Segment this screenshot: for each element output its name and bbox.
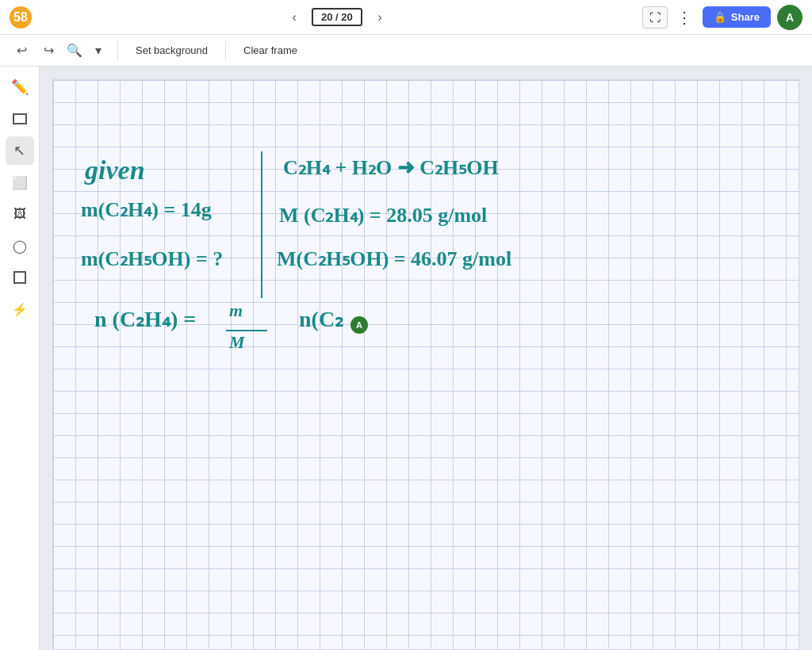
eraser-icon	[13, 113, 27, 124]
lock-icon: 🔒	[714, 11, 726, 23]
fraction-denominator: M	[229, 332, 245, 353]
next-slide-button[interactable]: ›	[369, 6, 391, 29]
molar-mass-c2h5oh: M(C₂H₅OH) = 46.07 g/mol	[277, 247, 511, 271]
cursor-label: A	[356, 320, 362, 330]
avatar-label: A	[786, 11, 794, 24]
pen-tool-button[interactable]: ✏️	[6, 73, 34, 101]
shape-icon: ◯	[13, 239, 27, 254]
laser-icon: ⚡	[12, 302, 28, 317]
sticky-note-tool-button[interactable]: ⬜	[6, 168, 34, 197]
pen-icon: ✏️	[11, 78, 29, 96]
fraction-numerator: m	[229, 300, 243, 321]
laser-tool-button[interactable]: ⚡	[6, 295, 34, 323]
nav-right: ⛶ ⋮ 🔒 Share A	[642, 5, 802, 30]
reaction-equation: C₂H₄ + H₂O ➜ C₂H₅OH	[283, 155, 499, 180]
frame-tool-button[interactable]	[6, 263, 34, 292]
toolbar-separator-2	[225, 41, 226, 60]
share-label: Share	[731, 11, 760, 23]
clear-frame-button[interactable]: Clear frame	[234, 41, 307, 59]
select-tool-button[interactable]: ↖	[6, 136, 34, 165]
share-button[interactable]: 🔒 Share	[703, 6, 771, 28]
whiteboard[interactable]: given m(C₂H₄) = 14g m(C₂H₅OH) = ? C₂H₄ +…	[52, 79, 799, 650]
image-tool-button[interactable]: 🖼	[6, 200, 34, 228]
frame-icon	[13, 271, 26, 284]
zoom-dropdown-button[interactable]: ▾	[87, 40, 109, 62]
avatar[interactable]: A	[777, 5, 802, 30]
cursor-indicator: A	[350, 316, 368, 334]
chevron-down-icon: ▾	[95, 43, 102, 58]
molar-mass-c2h4: M (C₂H₄) = 28.05 g/mol	[279, 203, 487, 228]
sticky-note-icon: ⬜	[12, 175, 28, 190]
formula-n-c2-partial: n(C₂	[299, 306, 343, 332]
content-layer: given m(C₂H₄) = 14g m(C₂H₅OH) = ? C₂H₄ +…	[53, 80, 799, 649]
undo-icon: ↩	[17, 43, 27, 58]
left-sidebar: ✏️ ↖ ⬜ 🖼 ◯ ⚡	[0, 67, 40, 650]
fraction-line	[226, 330, 267, 331]
toolbar: ↩ ↪ 🔍 ▾ Set background Clear frame	[0, 35, 812, 67]
given-label: given	[85, 155, 145, 185]
redo-icon: ↪	[44, 43, 54, 58]
divider-line	[261, 151, 262, 298]
eraser-tool-button[interactable]	[6, 105, 34, 133]
formula-n-c2h4: n (C₂H₄) =	[94, 306, 196, 332]
more-icon: ⋮	[676, 8, 693, 27]
undo-button[interactable]: ↩	[10, 39, 33, 63]
mass-c2h4-label: m(C₂H₄) = 14g	[81, 197, 212, 222]
slide-indicator[interactable]: 20 / 20	[312, 8, 362, 26]
main-area: ✏️ ↖ ⬜ 🖼 ◯ ⚡ given	[0, 67, 812, 650]
screen-icon: ⛶	[649, 11, 661, 24]
zoom-icon: 🔍	[67, 43, 82, 58]
screen-button[interactable]: ⛶	[642, 6, 668, 29]
more-options-button[interactable]: ⋮	[674, 6, 696, 29]
image-icon: 🖼	[13, 207, 26, 221]
prev-slide-button[interactable]: ‹	[283, 6, 305, 29]
toolbar-separator	[117, 41, 118, 60]
redo-button[interactable]: ↪	[36, 39, 60, 63]
slide-number: 58	[13, 10, 28, 25]
canvas-area[interactable]: given m(C₂H₄) = 14g m(C₂H₅OH) = ? C₂H₄ +…	[40, 67, 812, 650]
app-logo[interactable]: 58	[10, 6, 32, 29]
set-background-button[interactable]: Set background	[126, 41, 217, 59]
mass-c2h5oh-label: m(C₂H₅OH) = ?	[81, 247, 223, 271]
top-bar: 58 ‹ 20 / 20 › ⛶ ⋮ 🔒 Share A	[0, 0, 812, 35]
zoom-button[interactable]: 🔍	[63, 40, 86, 62]
nav-center: ‹ 20 / 20 ›	[38, 6, 636, 29]
shape-tool-button[interactable]: ◯	[6, 231, 34, 260]
select-icon: ↖	[13, 142, 25, 159]
zoom-group: 🔍 ▾	[63, 40, 109, 62]
